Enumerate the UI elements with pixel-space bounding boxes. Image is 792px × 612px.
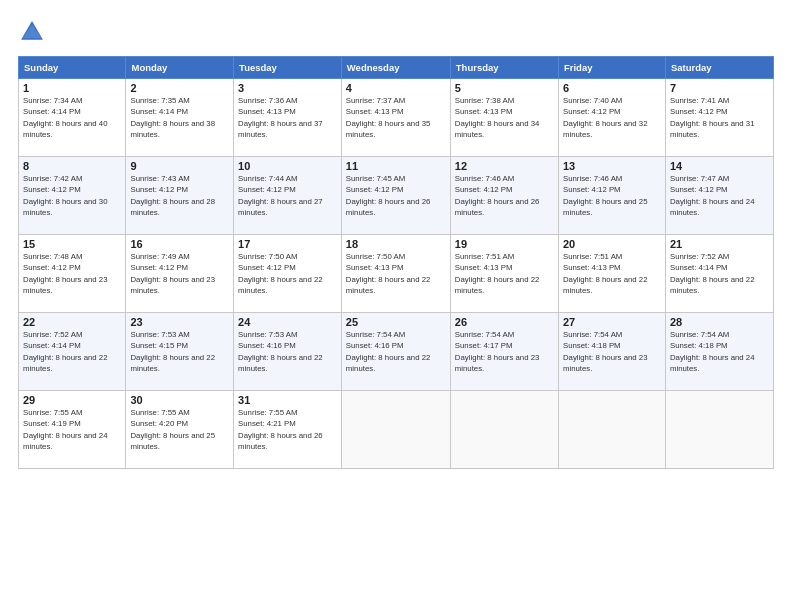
day-number: 15 — [23, 238, 121, 250]
day-info: Sunrise: 7:54 AMSunset: 4:16 PMDaylight:… — [346, 329, 446, 374]
weekday-header: Friday — [558, 57, 665, 79]
day-number: 2 — [130, 82, 229, 94]
calendar-cell — [558, 391, 665, 469]
day-info: Sunrise: 7:47 AMSunset: 4:12 PMDaylight:… — [670, 173, 769, 218]
calendar-cell: 9 Sunrise: 7:43 AMSunset: 4:12 PMDayligh… — [126, 157, 234, 235]
day-number: 20 — [563, 238, 661, 250]
calendar-cell: 4 Sunrise: 7:37 AMSunset: 4:13 PMDayligh… — [341, 79, 450, 157]
calendar-cell: 5 Sunrise: 7:38 AMSunset: 4:13 PMDayligh… — [450, 79, 558, 157]
weekday-header: Sunday — [19, 57, 126, 79]
day-number: 28 — [670, 316, 769, 328]
day-number: 18 — [346, 238, 446, 250]
calendar-cell: 20 Sunrise: 7:51 AMSunset: 4:13 PMDaylig… — [558, 235, 665, 313]
calendar-header-row: SundayMondayTuesdayWednesdayThursdayFrid… — [19, 57, 774, 79]
day-info: Sunrise: 7:45 AMSunset: 4:12 PMDaylight:… — [346, 173, 446, 218]
calendar-cell: 23 Sunrise: 7:53 AMSunset: 4:15 PMDaylig… — [126, 313, 234, 391]
day-info: Sunrise: 7:54 AMSunset: 4:18 PMDaylight:… — [670, 329, 769, 374]
day-number: 29 — [23, 394, 121, 406]
calendar-cell — [450, 391, 558, 469]
calendar-row: 29 Sunrise: 7:55 AMSunset: 4:19 PMDaylig… — [19, 391, 774, 469]
calendar-row: 1 Sunrise: 7:34 AMSunset: 4:14 PMDayligh… — [19, 79, 774, 157]
day-info: Sunrise: 7:38 AMSunset: 4:13 PMDaylight:… — [455, 95, 554, 140]
calendar-cell: 21 Sunrise: 7:52 AMSunset: 4:14 PMDaylig… — [665, 235, 773, 313]
day-number: 23 — [130, 316, 229, 328]
day-info: Sunrise: 7:54 AMSunset: 4:18 PMDaylight:… — [563, 329, 661, 374]
day-info: Sunrise: 7:52 AMSunset: 4:14 PMDaylight:… — [23, 329, 121, 374]
weekday-header: Tuesday — [234, 57, 342, 79]
day-number: 1 — [23, 82, 121, 94]
header — [18, 18, 774, 46]
day-info: Sunrise: 7:53 AMSunset: 4:15 PMDaylight:… — [130, 329, 229, 374]
calendar-row: 22 Sunrise: 7:52 AMSunset: 4:14 PMDaylig… — [19, 313, 774, 391]
calendar-cell: 28 Sunrise: 7:54 AMSunset: 4:18 PMDaylig… — [665, 313, 773, 391]
day-info: Sunrise: 7:49 AMSunset: 4:12 PMDaylight:… — [130, 251, 229, 296]
day-number: 17 — [238, 238, 337, 250]
calendar-cell: 7 Sunrise: 7:41 AMSunset: 4:12 PMDayligh… — [665, 79, 773, 157]
calendar-cell: 30 Sunrise: 7:55 AMSunset: 4:20 PMDaylig… — [126, 391, 234, 469]
calendar-cell: 26 Sunrise: 7:54 AMSunset: 4:17 PMDaylig… — [450, 313, 558, 391]
calendar-cell: 6 Sunrise: 7:40 AMSunset: 4:12 PMDayligh… — [558, 79, 665, 157]
day-info: Sunrise: 7:35 AMSunset: 4:14 PMDaylight:… — [130, 95, 229, 140]
logo — [18, 18, 50, 46]
day-number: 6 — [563, 82, 661, 94]
calendar-cell: 11 Sunrise: 7:45 AMSunset: 4:12 PMDaylig… — [341, 157, 450, 235]
calendar-row: 15 Sunrise: 7:48 AMSunset: 4:12 PMDaylig… — [19, 235, 774, 313]
day-info: Sunrise: 7:51 AMSunset: 4:13 PMDaylight:… — [563, 251, 661, 296]
calendar-cell: 8 Sunrise: 7:42 AMSunset: 4:12 PMDayligh… — [19, 157, 126, 235]
day-info: Sunrise: 7:55 AMSunset: 4:21 PMDaylight:… — [238, 407, 337, 452]
weekday-header: Wednesday — [341, 57, 450, 79]
day-info: Sunrise: 7:54 AMSunset: 4:17 PMDaylight:… — [455, 329, 554, 374]
day-info: Sunrise: 7:52 AMSunset: 4:14 PMDaylight:… — [670, 251, 769, 296]
calendar-body: 1 Sunrise: 7:34 AMSunset: 4:14 PMDayligh… — [19, 79, 774, 469]
calendar-cell: 18 Sunrise: 7:50 AMSunset: 4:13 PMDaylig… — [341, 235, 450, 313]
day-number: 19 — [455, 238, 554, 250]
day-info: Sunrise: 7:50 AMSunset: 4:13 PMDaylight:… — [346, 251, 446, 296]
calendar-cell: 14 Sunrise: 7:47 AMSunset: 4:12 PMDaylig… — [665, 157, 773, 235]
calendar-cell — [341, 391, 450, 469]
day-number: 10 — [238, 160, 337, 172]
weekday-header: Saturday — [665, 57, 773, 79]
calendar-cell: 3 Sunrise: 7:36 AMSunset: 4:13 PMDayligh… — [234, 79, 342, 157]
day-number: 26 — [455, 316, 554, 328]
day-number: 24 — [238, 316, 337, 328]
day-info: Sunrise: 7:44 AMSunset: 4:12 PMDaylight:… — [238, 173, 337, 218]
calendar-cell: 15 Sunrise: 7:48 AMSunset: 4:12 PMDaylig… — [19, 235, 126, 313]
calendar-cell: 31 Sunrise: 7:55 AMSunset: 4:21 PMDaylig… — [234, 391, 342, 469]
svg-marker-1 — [23, 24, 42, 38]
day-number: 4 — [346, 82, 446, 94]
calendar-cell: 19 Sunrise: 7:51 AMSunset: 4:13 PMDaylig… — [450, 235, 558, 313]
day-info: Sunrise: 7:50 AMSunset: 4:12 PMDaylight:… — [238, 251, 337, 296]
calendar-cell: 24 Sunrise: 7:53 AMSunset: 4:16 PMDaylig… — [234, 313, 342, 391]
day-info: Sunrise: 7:37 AMSunset: 4:13 PMDaylight:… — [346, 95, 446, 140]
day-number: 3 — [238, 82, 337, 94]
calendar-cell: 17 Sunrise: 7:50 AMSunset: 4:12 PMDaylig… — [234, 235, 342, 313]
weekday-header: Thursday — [450, 57, 558, 79]
day-number: 16 — [130, 238, 229, 250]
calendar-cell: 22 Sunrise: 7:52 AMSunset: 4:14 PMDaylig… — [19, 313, 126, 391]
calendar-cell: 13 Sunrise: 7:46 AMSunset: 4:12 PMDaylig… — [558, 157, 665, 235]
day-info: Sunrise: 7:42 AMSunset: 4:12 PMDaylight:… — [23, 173, 121, 218]
day-info: Sunrise: 7:43 AMSunset: 4:12 PMDaylight:… — [130, 173, 229, 218]
day-number: 27 — [563, 316, 661, 328]
day-info: Sunrise: 7:55 AMSunset: 4:20 PMDaylight:… — [130, 407, 229, 452]
day-number: 12 — [455, 160, 554, 172]
day-number: 22 — [23, 316, 121, 328]
calendar-cell: 25 Sunrise: 7:54 AMSunset: 4:16 PMDaylig… — [341, 313, 450, 391]
day-number: 25 — [346, 316, 446, 328]
calendar-row: 8 Sunrise: 7:42 AMSunset: 4:12 PMDayligh… — [19, 157, 774, 235]
day-info: Sunrise: 7:55 AMSunset: 4:19 PMDaylight:… — [23, 407, 121, 452]
calendar-table: SundayMondayTuesdayWednesdayThursdayFrid… — [18, 56, 774, 469]
day-number: 14 — [670, 160, 769, 172]
day-number: 11 — [346, 160, 446, 172]
day-number: 9 — [130, 160, 229, 172]
day-info: Sunrise: 7:46 AMSunset: 4:12 PMDaylight:… — [563, 173, 661, 218]
day-info: Sunrise: 7:48 AMSunset: 4:12 PMDaylight:… — [23, 251, 121, 296]
day-number: 21 — [670, 238, 769, 250]
calendar-cell: 1 Sunrise: 7:34 AMSunset: 4:14 PMDayligh… — [19, 79, 126, 157]
day-info: Sunrise: 7:53 AMSunset: 4:16 PMDaylight:… — [238, 329, 337, 374]
day-info: Sunrise: 7:40 AMSunset: 4:12 PMDaylight:… — [563, 95, 661, 140]
calendar-cell: 29 Sunrise: 7:55 AMSunset: 4:19 PMDaylig… — [19, 391, 126, 469]
day-info: Sunrise: 7:51 AMSunset: 4:13 PMDaylight:… — [455, 251, 554, 296]
calendar-cell: 16 Sunrise: 7:49 AMSunset: 4:12 PMDaylig… — [126, 235, 234, 313]
day-info: Sunrise: 7:36 AMSunset: 4:13 PMDaylight:… — [238, 95, 337, 140]
